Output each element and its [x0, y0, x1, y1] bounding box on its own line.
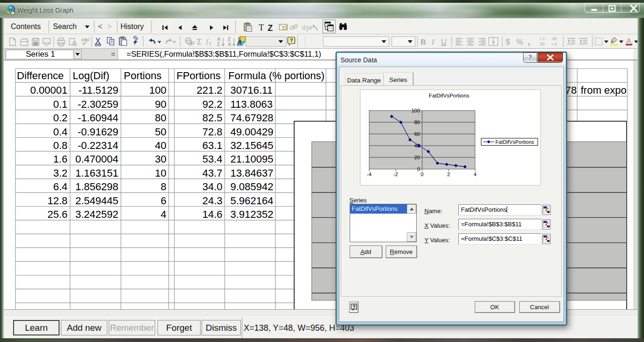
svg-text:-11.5129: -11.5129: [78, 84, 118, 96]
svg-text:43.7: 43.7: [202, 167, 223, 179]
svg-text:0.4: 0.4: [53, 126, 67, 138]
svg-text:100: 100: [411, 108, 419, 113]
svg-text:Z: Z: [217, 42, 220, 47]
svg-text:Difference: Difference: [17, 70, 64, 82]
svg-text:12.8: 12.8: [47, 195, 67, 207]
svg-text:0.00001: 0.00001: [30, 84, 67, 96]
svg-text:72.8: 72.8: [202, 126, 223, 138]
svg-text:82.5: 82.5: [202, 112, 223, 124]
svg-text:14.6: 14.6: [202, 208, 223, 220]
svg-text:0.8: 0.8: [53, 140, 67, 151]
svg-text:U: U: [441, 38, 447, 46]
svg-text:+.0: +.0: [539, 37, 545, 41]
svg-text:10: 10: [155, 167, 166, 179]
svg-text:0: 0: [420, 171, 423, 177]
svg-text:-2.30259: -2.30259: [78, 98, 119, 110]
svg-text:4: 4: [161, 208, 166, 220]
svg-text:A: A: [228, 42, 231, 47]
svg-text:+.0: +.0: [551, 42, 557, 46]
svg-text:30: 30: [155, 153, 166, 165]
svg-text:.00: .00: [539, 42, 545, 46]
svg-text:0.2: 0.2: [53, 112, 67, 124]
svg-text:FatDifVsPortions: FatDifVsPortions: [428, 92, 469, 98]
svg-text:25.6: 25.6: [47, 208, 67, 220]
svg-text:?: ?: [290, 37, 293, 43]
svg-text:20: 20: [414, 154, 419, 160]
svg-text:-0.91629: -0.91629: [78, 126, 119, 138]
svg-text:0.1: 0.1: [53, 98, 67, 110]
svg-text:A: A: [626, 37, 631, 45]
svg-text:80: 80: [155, 112, 166, 124]
svg-text:Z: Z: [228, 37, 231, 42]
svg-text:21.10095: 21.10095: [231, 153, 274, 165]
svg-text:A: A: [237, 38, 242, 46]
svg-text:Z: Z: [268, 23, 273, 32]
svg-text:100: 100: [149, 84, 166, 96]
svg-text:B: B: [420, 37, 426, 46]
svg-text:Log(Dif): Log(Dif): [73, 70, 109, 82]
svg-text:2.549445: 2.549445: [75, 195, 119, 207]
svg-text:50: 50: [155, 126, 166, 138]
svg-text:1.856298: 1.856298: [75, 181, 119, 193]
svg-text:90: 90: [155, 98, 166, 110]
svg-text:32.15645: 32.15645: [231, 140, 274, 151]
svg-text:6.4: 6.4: [53, 181, 67, 193]
svg-text:-4: -4: [367, 171, 371, 177]
svg-text:.00: .00: [551, 37, 557, 41]
svg-text:113.8063: 113.8063: [231, 98, 273, 110]
svg-text:I: I: [431, 37, 435, 46]
svg-text:53.4: 53.4: [202, 153, 223, 165]
svg-text:A: A: [217, 37, 220, 42]
svg-text:Formula (% portions): Formula (% portions): [228, 70, 324, 82]
svg-text:34.0: 34.0: [202, 181, 223, 193]
svg-text:3.912352: 3.912352: [231, 208, 274, 220]
svg-text:0.470004: 0.470004: [75, 153, 119, 165]
svg-text:3.242592: 3.242592: [75, 208, 119, 220]
svg-text:?: ?: [528, 53, 532, 61]
svg-text:92.2: 92.2: [202, 98, 223, 110]
svg-text:6: 6: [161, 195, 166, 207]
svg-text:dʒə: dʒə: [302, 24, 312, 31]
svg-text:30716.11: 30716.11: [231, 84, 273, 96]
svg-text:2: 2: [447, 171, 449, 177]
svg-text:FatDifVsPortions: FatDifVsPortions: [495, 139, 534, 144]
svg-text:Σ: Σ: [197, 37, 202, 46]
svg-text:13.84637: 13.84637: [231, 167, 274, 179]
svg-text:from expo: from expo: [581, 84, 627, 96]
svg-text:Portions: Portions: [124, 70, 162, 82]
svg-text:24.3: 24.3: [202, 195, 223, 207]
svg-text:%: %: [517, 38, 523, 46]
svg-text:-0.22314: -0.22314: [78, 140, 119, 151]
svg-text:1.6: 1.6: [53, 153, 67, 165]
svg-text:a: a: [492, 39, 495, 45]
svg-text:74.67928: 74.67928: [231, 112, 274, 124]
svg-text:49.00429: 49.00429: [231, 126, 274, 138]
svg-text:80: 80: [414, 119, 419, 125]
svg-text:9.085942: 9.085942: [231, 181, 274, 193]
svg-text:78: 78: [565, 84, 577, 96]
svg-text:3.2: 3.2: [53, 167, 67, 179]
svg-text:x: x: [209, 41, 212, 46]
svg-text:0: 0: [417, 166, 419, 171]
svg-text:$: $: [506, 38, 510, 46]
svg-text:5.962164: 5.962164: [231, 195, 274, 207]
svg-text:T: T: [259, 23, 264, 32]
svg-text:,: ,: [528, 37, 530, 46]
svg-text:-1.60944: -1.60944: [78, 112, 119, 124]
svg-text:40: 40: [155, 140, 166, 151]
svg-text:-2: -2: [393, 171, 398, 177]
svg-text:?: ?: [352, 304, 355, 310]
svg-text:60: 60: [414, 131, 419, 136]
svg-text:8: 8: [161, 181, 166, 193]
svg-text:63.1: 63.1: [202, 140, 223, 151]
svg-text:221.2: 221.2: [196, 84, 222, 96]
svg-text:4: 4: [473, 171, 476, 177]
svg-text:FPortions: FPortions: [177, 70, 221, 82]
svg-text:ABC: ABC: [81, 37, 90, 42]
svg-text:1.163151: 1.163151: [75, 167, 119, 179]
